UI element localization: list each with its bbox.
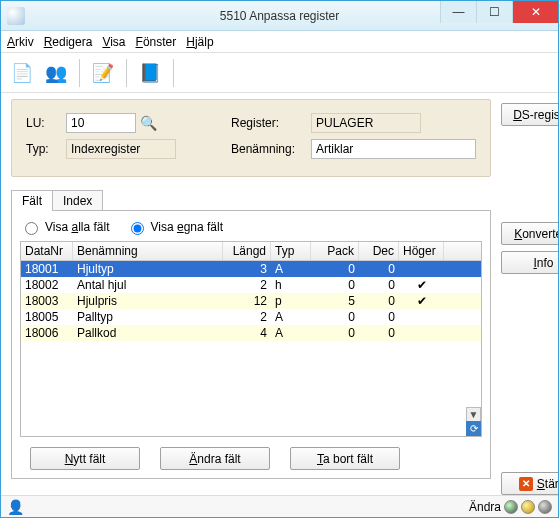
close-icon: ✕ [519, 477, 533, 491]
menu-arkiv[interactable]: AArkivrkiv [7, 35, 34, 49]
cell-datanr: 18003 [21, 293, 73, 309]
cell-benamning: Palltyp [73, 309, 223, 325]
cell-dec: 0 [359, 309, 399, 325]
toolbar-sep [79, 59, 80, 87]
radio-visa-egna-input[interactable] [131, 222, 144, 235]
edit-field-button[interactable]: Ändra fältÄndra fält [160, 447, 270, 470]
grid-corner-icon[interactable]: ⟳ [466, 421, 481, 436]
cell-langd: 2 [223, 277, 271, 293]
konvertera-button[interactable]: KonverteraKonvertera [501, 222, 559, 245]
scrollbar-down-icon[interactable]: ▼ [466, 407, 481, 422]
cell-dec: 0 [359, 325, 399, 341]
status-bar: 👤 Ändra [1, 495, 558, 517]
menu-hjalp[interactable]: HjälpHjälp [186, 35, 213, 49]
table-row[interactable]: 18006Pallkod4A00 [21, 325, 481, 341]
col-pack[interactable]: Pack [311, 242, 359, 260]
toolbar-help-icon[interactable]: 📘 [135, 58, 165, 88]
toolbar: 📄 👥 📝 📘 [1, 53, 558, 93]
benamning-input[interactable] [311, 139, 476, 159]
radio-visa-egna[interactable]: Visa egna fältVisa egna fält [126, 219, 224, 235]
cell-hoger [399, 325, 444, 341]
col-hoger[interactable]: Höger [399, 242, 444, 260]
cell-datanr: 18002 [21, 277, 73, 293]
cell-datanr: 18001 [21, 261, 73, 277]
cell-langd: 4 [223, 325, 271, 341]
grid-body: 18001Hjultyp3A0018002Antal hjul2h00✔1800… [21, 261, 481, 341]
menu-bar: AArkivrkiv RedigeraRedigera VisaVisa Fön… [1, 31, 558, 53]
cell-hoger: ✔ [399, 277, 444, 293]
tab-falt[interactable]: Fält [11, 190, 53, 211]
col-benamning[interactable]: Benämning [73, 242, 223, 260]
close-window-button[interactable]: ✕ [512, 1, 558, 23]
lu-label: LU: [26, 116, 66, 130]
toolbar-users-icon[interactable]: 👥 [41, 58, 71, 88]
typ-value: Indexregister [66, 139, 176, 159]
toolbar-edit-icon[interactable]: 📝 [88, 58, 118, 88]
new-field-button[interactable]: Nytt fältNytt fält [30, 447, 140, 470]
toolbar-sep [173, 59, 174, 87]
cell-typ: p [271, 293, 311, 309]
status-andra-label: Ändra [469, 500, 501, 514]
user-icon: 👤 [7, 499, 24, 515]
register-value: PULAGER [311, 113, 421, 133]
menu-redigera[interactable]: RedigeraRedigera [44, 35, 93, 49]
search-icon[interactable]: 🔍 [138, 113, 158, 133]
col-langd[interactable]: Längd [223, 242, 271, 260]
menu-visa[interactable]: VisaVisa [102, 35, 125, 49]
fields-grid[interactable]: DataNr Benämning Längd Typ Pack Dec Höge… [20, 241, 482, 437]
ds-register-button[interactable]: DS-registerDS-register [501, 103, 559, 126]
cell-benamning: Hjulpris [73, 293, 223, 309]
tab-index[interactable]: Index [52, 190, 103, 211]
cell-typ: h [271, 277, 311, 293]
cell-typ: A [271, 309, 311, 325]
title-bar: 5510 Anpassa register — ☐ ✕ [1, 1, 558, 31]
cell-dec: 0 [359, 293, 399, 309]
info-button[interactable]: InfoInfo [501, 251, 559, 274]
cell-hoger: ✔ [399, 293, 444, 309]
side-buttons: DS-registerDS-register KonverteraKonvert… [501, 93, 559, 495]
cell-datanr: 18005 [21, 309, 73, 325]
tab-container: Fält Index Visa alla fältVisa alla fält … [11, 189, 491, 479]
register-groupbox: LU: 🔍 Typ: Indexregister Register: PULAG… [11, 99, 491, 177]
cell-dec: 0 [359, 277, 399, 293]
register-label: Register: [231, 116, 311, 130]
cell-typ: A [271, 325, 311, 341]
status-led-1-icon [504, 500, 518, 514]
toolbar-sep [126, 59, 127, 87]
app-icon [7, 7, 25, 25]
col-datanr[interactable]: DataNr [21, 242, 73, 260]
cell-langd: 2 [223, 309, 271, 325]
table-row[interactable]: 18002Antal hjul2h00✔ [21, 277, 481, 293]
close-button[interactable]: ✕ StängStäng [501, 472, 559, 495]
col-dec[interactable]: Dec [359, 242, 399, 260]
col-typ[interactable]: Typ [271, 242, 311, 260]
cell-datanr: 18006 [21, 325, 73, 341]
cell-pack: 0 [311, 277, 359, 293]
table-row[interactable]: 18001Hjultyp3A00 [21, 261, 481, 277]
window-buttons: — ☐ ✕ [440, 1, 558, 23]
cell-hoger [399, 309, 444, 325]
table-row[interactable]: 18005Palltyp2A00 [21, 309, 481, 325]
cell-benamning: Hjultyp [73, 261, 223, 277]
maximize-button[interactable]: ☐ [476, 1, 512, 23]
cell-dec: 0 [359, 261, 399, 277]
table-row[interactable]: 18003Hjulpris12p50✔ [21, 293, 481, 309]
cell-langd: 3 [223, 261, 271, 277]
grid-header: DataNr Benämning Längd Typ Pack Dec Höge… [21, 242, 481, 261]
menu-fonster[interactable]: FönsterFönster [136, 35, 177, 49]
delete-field-button[interactable]: Ta bort fältTa bort fält [290, 447, 400, 470]
lu-input[interactable] [66, 113, 136, 133]
cell-pack: 5 [311, 293, 359, 309]
minimize-button[interactable]: — [440, 1, 476, 23]
radio-visa-alla[interactable]: Visa alla fältVisa alla fält [20, 219, 110, 235]
status-led-2-icon [521, 500, 535, 514]
cell-langd: 12 [223, 293, 271, 309]
radio-visa-alla-input[interactable] [25, 222, 38, 235]
cell-pack: 0 [311, 325, 359, 341]
benamning-label: Benämning: [231, 142, 311, 156]
toolbar-doc-icon[interactable]: 📄 [7, 58, 37, 88]
cell-pack: 0 [311, 261, 359, 277]
cell-typ: A [271, 261, 311, 277]
status-led-3-icon [538, 500, 552, 514]
tab-panel-falt: Visa alla fältVisa alla fält Visa egna f… [11, 210, 491, 479]
